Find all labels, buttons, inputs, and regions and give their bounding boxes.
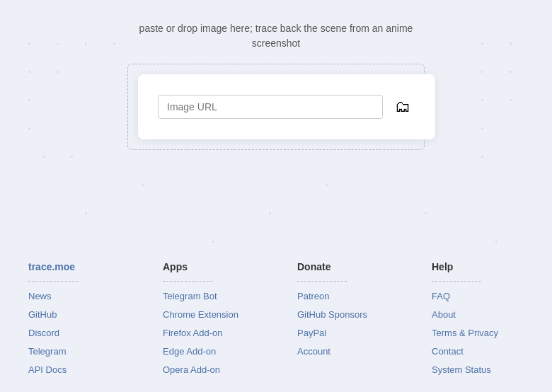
folder-button[interactable]: 🗂 [390,94,415,120]
footer-col-title-0: trace.moe [28,261,120,272]
footer-link-1-4[interactable]: Opera Add-on [163,362,255,378]
footer-divider-2 [297,281,347,282]
footer-col-0: trace.moeNewsGitHubDiscordTelegramAPI Do… [28,261,120,378]
footer-divider-0 [28,281,78,282]
footer-link-3-0[interactable]: FAQ [432,289,524,304]
footer-divider-3 [432,281,481,282]
tagline: paste or drop image here; trace back the… [139,21,413,51]
footer-link-1-3[interactable]: Edge Add-on [163,344,255,359]
footer-link-0-0[interactable]: News [28,289,120,304]
footer-link-1-1[interactable]: Chrome Extension [163,307,255,323]
footer-divider-1 [163,281,212,282]
footer-link-1-0[interactable]: Telegram Bot [163,289,255,304]
footer-link-2-1[interactable]: GitHub Sponsors [297,307,389,323]
main-content: paste or drop image here; trace back the… [0,0,552,247]
footer-link-2-2[interactable]: PayPal [297,325,389,341]
footer-link-3-1[interactable]: About [432,307,524,323]
footer-col-title-2: Donate [297,261,389,272]
footer-link-3-4[interactable]: System Status [432,362,524,378]
folder-icon: 🗂 [395,98,410,116]
footer-link-0-4[interactable]: API Docs [28,362,120,378]
footer-link-0-3[interactable]: Telegram [28,344,120,359]
footer-link-3-2[interactable]: Terms & Privacy [432,325,524,341]
footer-col-2: DonatePatreonGitHub SponsorsPayPalAccoun… [297,261,389,378]
search-card: 🗂 [138,74,435,139]
footer-col-1: AppsTelegram BotChrome ExtensionFirefox … [163,261,255,378]
footer: trace.moeNewsGitHubDiscordTelegramAPI Do… [0,247,552,392]
footer-link-1-2[interactable]: Firefox Add-on [163,325,255,341]
footer-link-3-3[interactable]: Contact [432,344,524,359]
footer-link-0-2[interactable]: Discord [28,325,120,341]
footer-col-title-1: Apps [163,261,255,272]
footer-link-2-3[interactable]: Account [297,344,389,359]
footer-col-3: HelpFAQAboutTerms & PrivacyContactSystem… [432,261,524,378]
footer-link-2-0[interactable]: Patreon [297,289,389,304]
image-url-input[interactable] [158,95,383,119]
drop-zone[interactable]: 🗂 [127,64,425,150]
footer-col-title-3: Help [432,261,524,272]
footer-link-0-1[interactable]: GitHub [28,307,120,323]
